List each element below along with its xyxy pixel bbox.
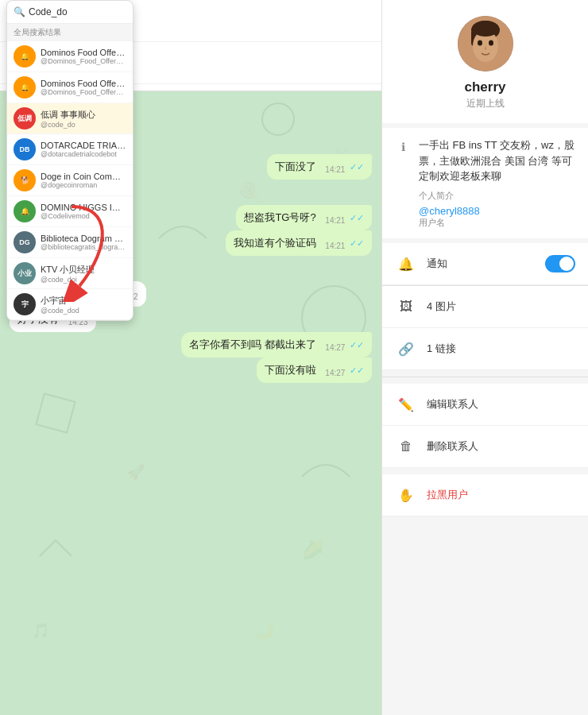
chat-panel: 🍭 🎂 🌽 🚀 🌙 ⚔️ 🎵 小业 KTV 小贝经理 @code_doi 宇 bbox=[0, 0, 381, 715]
edit-contact-label: 编辑联系人 bbox=[427, 397, 478, 412]
search-result-item[interactable]: 低调 低调 事事顺心 @code_do bbox=[7, 103, 133, 134]
edit-contact-action[interactable]: ✏️ 编辑联系人 bbox=[382, 384, 588, 426]
search-result-handle: @dotarcadetrialcodebot bbox=[41, 150, 126, 158]
media-count: 4 图片 bbox=[427, 300, 456, 314]
message-time: 14:21 bbox=[325, 242, 345, 250]
svg-point-17 bbox=[489, 41, 493, 46]
search-result-name: DOTARCADE TRIAL COD... bbox=[41, 141, 126, 150]
avatar: DG bbox=[14, 231, 36, 253]
avatar: 小业 bbox=[14, 262, 36, 284]
svg-point-18 bbox=[472, 21, 499, 37]
search-result-name: Dominos Food Offers Co... bbox=[41, 48, 126, 57]
message-text: 下面没有啦 bbox=[265, 364, 316, 376]
message-bubble: 名字你看不到吗 都截出来了 14:27 ✓✓ bbox=[181, 332, 372, 358]
message-tick: ✓✓ bbox=[350, 162, 364, 172]
links-row[interactable]: 🔗 1 链接 bbox=[382, 328, 588, 370]
message-bubble: 我知道有个验证码 14:21 ✓✓ bbox=[226, 230, 372, 256]
divider-2 bbox=[382, 377, 588, 377]
search-result-name: 低调 事事顺心 bbox=[41, 109, 126, 121]
message-text: 想盗我TG号呀? bbox=[244, 211, 315, 223]
notification-toggle[interactable] bbox=[545, 255, 575, 272]
image-icon: 🖼 bbox=[395, 296, 417, 318]
media-row[interactable]: 🖼 4 图片 bbox=[382, 286, 588, 328]
search-result-name: 小宇宙 bbox=[41, 295, 126, 307]
profile-name: cherry bbox=[465, 79, 506, 95]
links-count: 1 链接 bbox=[427, 342, 456, 356]
profile-bio-text: 一手出 FB ins TT 交友粉，wz，股票，主做欧洲混合 美国 台湾 等可定… bbox=[419, 137, 575, 184]
message-time: 14:27 bbox=[325, 343, 345, 352]
message-time: 14:21 bbox=[325, 216, 345, 225]
search-result-handle: @bibliotecagratis_dogramco... bbox=[41, 243, 126, 251]
avatar: 宇 bbox=[14, 293, 36, 315]
profile-username[interactable]: @cheryl8888 bbox=[419, 205, 575, 217]
message-bubble: 想盗我TG号呀? 14:21 ✓✓ bbox=[236, 205, 372, 230]
search-result-name: DOMINO HIGGS INDONE... bbox=[41, 203, 126, 212]
search-result-handle: @code_doi bbox=[41, 276, 126, 284]
search-result-name: Dominos Food Offers Co... bbox=[41, 79, 126, 88]
search-result-item[interactable]: DG Biblioteca Dogram Code @bibliotecagra… bbox=[7, 227, 133, 258]
report-action[interactable]: ✋ 拉黑用户 bbox=[382, 474, 588, 516]
delete-contact-label: 删除联系人 bbox=[427, 439, 478, 454]
search-result-item[interactable]: 小业 KTV 小贝经理 @code_doi bbox=[7, 258, 133, 289]
message-text: 名字你看不到吗 都截出来了 bbox=[189, 338, 316, 350]
message-time: 14:21 bbox=[325, 165, 345, 174]
pencil-icon: ✏️ bbox=[395, 393, 417, 415]
search-result-item[interactable]: 宇 小宇宙 @code_dod bbox=[7, 289, 133, 320]
report-label: 拉黑用户 bbox=[427, 488, 468, 502]
message-bubble: 下面没了 14:21 ✓✓ bbox=[267, 154, 372, 180]
search-result-item[interactable]: 🐕 Doge in Coin Commun... @dogecoinroman bbox=[7, 165, 133, 196]
bell-icon: 🔔 bbox=[395, 253, 417, 275]
search-result-handle: @Dominos_Food_Offers_Co... bbox=[41, 57, 126, 65]
search-result-item[interactable]: 🔔 Dominos Food Offers Co... @Dominos_Foo… bbox=[7, 41, 133, 72]
message-tick: ✓✓ bbox=[350, 213, 364, 222]
search-result-handle: @dogecoinroman bbox=[41, 181, 126, 189]
message-row: 名字你看不到吗 都截出来了 14:27 ✓✓ bbox=[10, 332, 372, 358]
search-result-item[interactable]: DB DOTARCADE TRIAL COD... @dotarcadetria… bbox=[7, 134, 133, 165]
bio-label: 个人简介 bbox=[419, 189, 575, 203]
delete-contact-action[interactable]: 🗑 删除联系人 bbox=[382, 426, 588, 468]
trash-icon: 🗑 bbox=[395, 435, 417, 458]
search-icon: 🔍 bbox=[14, 6, 25, 17]
search-result-item[interactable]: 🔔 DOMINO HIGGS INDONE... @Codelivemod bbox=[7, 196, 133, 227]
search-result-handle: @code_dod bbox=[41, 307, 126, 315]
avatar: 🔔 bbox=[14, 76, 36, 99]
message-row: 下面没有啦 14:27 ✓✓ bbox=[10, 358, 372, 383]
search-result-handle: @code_do bbox=[41, 121, 126, 129]
avatar bbox=[458, 16, 513, 72]
username-label: 用户名 bbox=[419, 217, 575, 229]
avatar: 🔔 bbox=[14, 45, 36, 68]
message-tick: ✓✓ bbox=[350, 365, 364, 375]
search-result-handle: @Dominos_Food_Offers_Co... bbox=[41, 88, 126, 96]
avatar: DB bbox=[14, 138, 36, 160]
notification-row: 🔔 通知 bbox=[382, 243, 588, 285]
search-result-name: Biblioteca Dogram Code bbox=[41, 234, 126, 243]
notification-label: 通知 bbox=[427, 257, 536, 271]
message-text: 下面没了 bbox=[275, 160, 316, 172]
message-time: 14:27 bbox=[325, 369, 345, 377]
search-result-name: Doge in Coin Commun... bbox=[41, 172, 126, 181]
message-tick: ✓✓ bbox=[350, 238, 364, 248]
message-bubble: 下面没有啦 14:27 ✓✓ bbox=[257, 358, 372, 383]
search-header: 🔍 ✕ bbox=[7, 1, 133, 24]
message-text: 我知道有个验证码 bbox=[234, 237, 316, 249]
message-tick: ✓✓ bbox=[350, 340, 364, 350]
search-dropdown: 🔍 ✕ 全局搜索结果 🔔 Dominos Food Offers Co... @… bbox=[6, 0, 133, 321]
search-section-label: 全局搜索结果 bbox=[7, 24, 133, 41]
profile-status: 近期上线 bbox=[466, 97, 505, 110]
avatar: 🐕 bbox=[14, 169, 36, 191]
avatar: 🔔 bbox=[14, 200, 36, 222]
search-result-name: KTV 小贝经理 bbox=[41, 264, 126, 276]
info-icon: ℹ bbox=[395, 139, 411, 155]
profile-header: cherry 近期上线 bbox=[382, 0, 588, 128]
search-result-item[interactable]: 🔔 Dominos Food Offers Co... @Dominos_Foo… bbox=[7, 72, 133, 103]
search-results-list: 🔔 Dominos Food Offers Co... @Dominos_Foo… bbox=[7, 41, 133, 320]
profile-bio-section: ℹ 一手出 FB ins TT 交友粉，wz，股票，主做欧洲混合 美国 台湾 等… bbox=[382, 128, 588, 238]
svg-point-16 bbox=[478, 41, 482, 46]
avatar: 低调 bbox=[14, 107, 36, 129]
profile-panel: cherry 近期上线 ℹ 一手出 FB ins TT 交友粉，wz，股票，主做… bbox=[381, 0, 588, 715]
search-result-handle: @Codelivemod bbox=[41, 212, 126, 220]
search-input[interactable] bbox=[29, 6, 133, 17]
block-icon: ✋ bbox=[395, 484, 417, 506]
link-icon: 🔗 bbox=[395, 338, 417, 360]
